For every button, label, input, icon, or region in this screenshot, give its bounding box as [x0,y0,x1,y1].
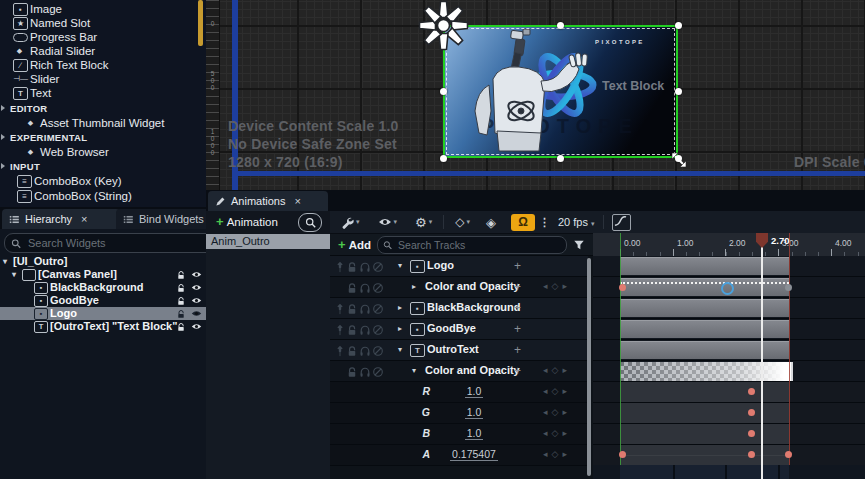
add-key-icon[interactable]: ◇ [552,449,563,459]
expand-arrow-icon[interactable]: ▸ [398,324,402,333]
expand-arrow-icon[interactable]: ▾ [3,255,7,268]
auto-key-button[interactable]: ◈ [483,213,499,232]
timeline-lane-blackbackground[interactable] [593,298,865,319]
palette-item-named-slot[interactable]: ★Named Slot [0,16,206,30]
track-row-logo-color-opacity[interactable]: ▸ Color and Opacity + ◂◇▸ [330,277,588,298]
keyframe-nav[interactable]: ◂◇▸ [543,281,571,291]
expand-arrow-icon[interactable]: ▾ [398,345,402,354]
add-section-icon[interactable]: + [514,364,521,378]
track-row-outrotext[interactable]: ▾ T OutroText + [330,340,588,361]
tree-row-logo[interactable]: ▪ Logo [0,307,206,320]
animation-search-button[interactable] [298,213,322,232]
lock-icon[interactable] [176,270,186,280]
channel-value-field[interactable]: 1.0 [465,427,484,440]
solo-headphones-icon[interactable] [359,261,371,273]
mute-icon[interactable] [372,324,384,336]
hierarchy-search[interactable] [4,233,215,253]
close-icon[interactable]: × [81,213,87,225]
pin-icon[interactable] [334,345,346,357]
keyframe-dot[interactable] [748,430,755,437]
lock-icon[interactable] [176,322,186,332]
expand-arrow-icon[interactable]: ▾ [12,268,16,281]
timeline-lane-a[interactable] [593,445,865,466]
solo-headphones-icon[interactable] [359,303,371,315]
next-key-icon[interactable]: ▸ [562,428,571,438]
visibility-eye-icon[interactable] [191,295,202,306]
palette-item-radial-slider[interactable]: ◆Radial Slider [0,44,206,58]
prev-key-icon[interactable]: ◂ [543,365,552,375]
pin-icon[interactable] [334,261,346,273]
track-row-outrotext-color-opacity[interactable]: ▾ Color and Opacity + ◂◇▸ [330,361,588,382]
palette-item-asset-thumbnail[interactable]: ◆Asset Thumbnail Widget [0,116,206,130]
visibility-eye-icon[interactable] [191,308,202,319]
keyframe-dot[interactable] [619,451,626,458]
lock-icon[interactable] [346,303,358,315]
section-bar[interactable] [620,320,789,338]
playback-options-button[interactable]: ⚙▾ [412,213,435,232]
keyframe-nav[interactable]: ◂◇▸ [543,365,571,375]
keyframe-nav[interactable]: ◂◇▸ [543,407,571,417]
add-section-icon[interactable]: + [514,322,521,336]
visibility-eye-icon[interactable] [191,321,202,332]
keyframe-dot[interactable] [785,451,792,458]
prev-key-icon[interactable]: ◂ [543,449,552,459]
next-key-icon[interactable]: ▸ [562,449,571,459]
palette-item-text[interactable]: TText [0,86,206,100]
timeline-lane-logo[interactable] [593,256,865,277]
mute-icon[interactable] [372,366,384,378]
pin-icon[interactable] [334,324,346,336]
tree-row-blackbackground[interactable]: ▪ BlackBackground [0,281,206,294]
palette-item-combobox-string[interactable]: ≡ComboBox (String) [0,189,206,203]
keyframe-dot[interactable] [748,451,755,458]
solo-headphones-icon[interactable] [359,282,371,294]
timeline-lane-goodbye[interactable] [593,319,865,340]
keyframe-selected-ring[interactable] [721,282,734,295]
resize-handle-sw[interactable] [440,155,447,162]
keyframe-dot[interactable] [785,284,792,291]
keyframe-nav[interactable]: ◂◇▸ [543,428,571,438]
tab-bind-widgets[interactable]: Bind Widgets [116,209,216,229]
next-key-icon[interactable]: ▸ [562,281,571,291]
add-key-icon[interactable]: ◇ [552,386,563,396]
search-tracks-input[interactable] [396,238,561,252]
palette-section-input[interactable]: INPUT [10,160,40,174]
lock-icon[interactable] [176,283,186,293]
palette-item-progress-bar[interactable]: Progress Bar [0,30,206,44]
playback-end-line[interactable] [789,233,790,465]
section-bar[interactable] [620,278,789,296]
section-bar[interactable] [620,299,789,317]
mute-icon[interactable] [372,345,384,357]
next-key-icon[interactable]: ▸ [562,386,571,396]
keyframe-dot[interactable] [748,409,755,416]
keyframe-nav[interactable]: ◂◇▸ [543,449,571,459]
selected-image-widget[interactable]: PIXOTOPE PIXOTOPE Text Block [443,25,678,158]
channel-row-a[interactable]: A 0.175407 ◂◇▸ [330,445,588,466]
sequencer-settings-button[interactable]: ▾ [338,214,363,231]
fps-dropdown[interactable]: 20 fps ▾ [558,216,595,228]
add-section-icon[interactable]: + [514,259,521,273]
visibility-eye-icon[interactable] [191,269,202,280]
snap-toggle-button[interactable]: Ω [511,214,535,231]
playback-start-line[interactable] [620,233,621,465]
lock-icon[interactable] [176,309,186,319]
playback-range[interactable] [620,465,789,479]
palette-item-rich-text-block[interactable]: ∕Rich Text Block [0,58,206,72]
palette-section-editor[interactable]: EDITOR [10,102,48,116]
track-search[interactable] [377,236,567,254]
lock-icon[interactable] [176,296,186,306]
tab-animations[interactable]: Animations × [208,191,328,211]
add-key-icon[interactable]: ◇ [552,365,563,375]
mute-icon[interactable] [372,282,384,294]
timeline-lane-b[interactable] [593,424,865,445]
curve-editor-button[interactable] [612,214,631,231]
expand-arrow-icon[interactable]: ▾ [398,261,402,270]
view-options-button[interactable]: ▾ [375,213,401,231]
channel-row-b[interactable]: B 1.0 ◂◇▸ [330,424,588,445]
channel-row-g[interactable]: G 1.0 ◂◇▸ [330,403,588,424]
resize-handle-ne[interactable] [675,22,682,29]
palette-section-experimental[interactable]: EXPERIMENTAL [10,131,87,145]
lock-icon[interactable] [346,324,358,336]
timeline-lane-logo-color-opacity[interactable] [593,277,865,298]
search-widgets-input[interactable] [26,236,208,250]
add-key-icon[interactable]: ◇ [552,428,563,438]
